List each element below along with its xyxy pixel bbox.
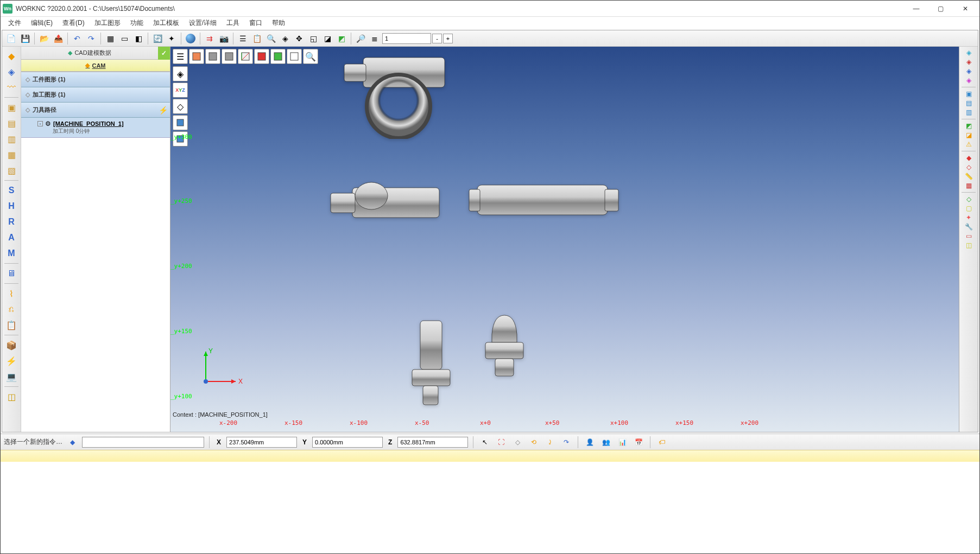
magnify-icon[interactable]: 🔎	[354, 32, 367, 45]
r-cube1-icon[interactable]: ◈	[966, 49, 971, 56]
wire-cube-icon[interactable]: ◇	[173, 99, 188, 114]
monitor-icon[interactable]: 🖥	[4, 266, 19, 281]
viewport-3d[interactable]: ☰ 🔍 ◈ XYZ ◇	[170, 47, 959, 432]
r-red1-icon[interactable]: ◆	[966, 154, 971, 162]
menu-settings[interactable]: 设置/详细	[185, 17, 221, 29]
cube-shade-icon[interactable]: ◪	[321, 32, 334, 45]
close-button[interactable]: ✕	[953, 1, 977, 16]
snap1-icon[interactable]: ⛶	[495, 436, 508, 448]
menu-file[interactable]: 文件	[4, 17, 26, 29]
r-select-icon[interactable]: ▭	[966, 232, 972, 240]
menu-view[interactable]: 查看(D)	[58, 17, 89, 29]
rotate-icon[interactable]: 🔄	[151, 32, 164, 45]
curve-icon[interactable]: 〰	[4, 80, 19, 94]
zoom-fit-icon[interactable]: ◈	[279, 32, 292, 45]
vis3-icon[interactable]: 📊	[616, 436, 629, 448]
laptop-icon[interactable]: 💻	[4, 370, 19, 384]
r-cube2-icon[interactable]: ◈	[966, 58, 971, 66]
camera-icon[interactable]: 📷	[217, 32, 230, 45]
layer-minus-button[interactable]: -	[432, 34, 442, 43]
layer-plus-button[interactable]: +	[443, 34, 453, 43]
m-icon[interactable]: M	[4, 246, 19, 260]
tree-tab-cam[interactable]: ◆CAM	[21, 60, 170, 72]
redo-icon[interactable]: ↷	[85, 32, 98, 45]
box4-icon[interactable]: ▦	[4, 148, 19, 162]
panel-icon[interactable]: ◧	[132, 32, 145, 45]
vis4-icon[interactable]: 📅	[632, 436, 645, 448]
r-blue3-icon[interactable]: ▥	[966, 109, 972, 116]
clipboard-icon[interactable]: 📋	[4, 318, 19, 332]
r-icon[interactable]: R	[4, 215, 19, 229]
tree-section-workpiece[interactable]: ◇ 工件图形 (1)	[21, 72, 170, 87]
snap3-icon[interactable]: ⟲	[527, 436, 540, 448]
open-folder-icon[interactable]: 📂	[37, 32, 50, 45]
cube-green-icon[interactable]	[270, 49, 286, 64]
cube-axis-icon[interactable]	[238, 49, 253, 64]
cube-green-icon[interactable]: ◩	[335, 32, 348, 45]
vis1-icon[interactable]: 👤	[583, 436, 596, 448]
grid-icon[interactable]: ▦	[104, 32, 117, 45]
x-input[interactable]	[226, 437, 297, 448]
command-input[interactable]	[82, 437, 204, 448]
maximize-button[interactable]: ▢	[928, 1, 953, 16]
block-icon[interactable]: ◫	[4, 390, 19, 404]
cube-gray2-icon[interactable]	[222, 49, 237, 64]
sphere-icon[interactable]	[184, 32, 197, 45]
r-warn-icon[interactable]: ⚠	[966, 141, 972, 148]
menu-lines-icon[interactable]: ☰	[173, 49, 188, 64]
r-orange1-icon[interactable]: ◪	[966, 131, 972, 139]
r-cube3-icon[interactable]: ◈	[966, 67, 971, 75]
menu-tools[interactable]: 工具	[222, 17, 244, 29]
prompt-icon[interactable]: ◆	[66, 436, 79, 448]
box3-icon[interactable]: ▥	[4, 132, 19, 146]
new-icon[interactable]: 📄	[4, 32, 17, 45]
menu-function[interactable]: 功能	[126, 17, 148, 29]
cube-gray-icon[interactable]	[205, 49, 220, 64]
align-icon[interactable]: ⇉	[203, 32, 216, 45]
r-wrench-icon[interactable]: 🔧	[965, 223, 973, 231]
r-cube4-icon[interactable]: ◈	[966, 77, 971, 84]
box5-icon[interactable]: ▧	[4, 163, 19, 177]
pan-icon[interactable]: ✥	[293, 32, 306, 45]
layers-icon[interactable]: ≣	[368, 32, 381, 45]
cube-wire-icon[interactable]: ◱	[307, 32, 320, 45]
menu-machining-shape[interactable]: 加工图形	[90, 17, 125, 29]
flash-icon[interactable]: ⚡	[4, 354, 19, 368]
list-icon[interactable]: ☰	[236, 32, 249, 45]
z-input[interactable]	[397, 437, 468, 448]
tag-icon[interactable]: 🏷	[655, 436, 668, 448]
snap4-icon[interactable]: ⤸	[543, 436, 557, 448]
r-star-icon[interactable]: ✦	[966, 214, 971, 221]
zoom-icon[interactable]: 🔍	[264, 32, 277, 45]
tree-tab-cad[interactable]: ◆CAD建模数据	[21, 47, 158, 60]
snap5-icon[interactable]: ↷	[560, 436, 573, 448]
export-icon[interactable]: 📤	[52, 32, 65, 45]
menu-window[interactable]: 窗口	[245, 17, 267, 29]
r-ruler-icon[interactable]: 📏	[965, 173, 973, 180]
cube-icon[interactable]: ◈	[4, 65, 19, 79]
cube-wire2-icon[interactable]	[287, 49, 302, 64]
undo-icon[interactable]: ↶	[71, 32, 84, 45]
tree-check-icon[interactable]: ✓	[158, 47, 170, 60]
blue-cube-top-icon[interactable]	[173, 115, 188, 130]
snap2-icon[interactable]: ◇	[511, 436, 524, 448]
r-red2-icon[interactable]: ◇	[966, 163, 971, 171]
r-blue2-icon[interactable]: ▤	[966, 99, 972, 107]
r-green1-icon[interactable]: ◩	[966, 122, 972, 130]
minimize-button[interactable]: —	[904, 1, 928, 16]
doc-icon[interactable]: 📋	[250, 32, 263, 45]
vis2-icon[interactable]: 👥	[599, 436, 612, 448]
path1-icon[interactable]: ⌇	[4, 286, 19, 301]
box2-icon[interactable]: ▤	[4, 116, 19, 130]
tree-section-machining[interactable]: ◇ 加工图形 (1)	[21, 87, 170, 103]
r-blue1-icon[interactable]: ▣	[966, 90, 972, 98]
y-input[interactable]	[312, 437, 383, 448]
r-grid-icon[interactable]: ▦	[966, 182, 972, 189]
menu-help[interactable]: 帮助	[268, 17, 289, 29]
layer-select[interactable]	[382, 33, 431, 44]
h-icon[interactable]: H	[4, 199, 19, 213]
minus-box-icon[interactable]: -	[37, 121, 43, 126]
cursor-icon[interactable]: ↖	[478, 436, 491, 448]
box1-icon[interactable]: ▣	[4, 100, 19, 114]
path2-icon[interactable]: ⎌	[4, 302, 19, 316]
